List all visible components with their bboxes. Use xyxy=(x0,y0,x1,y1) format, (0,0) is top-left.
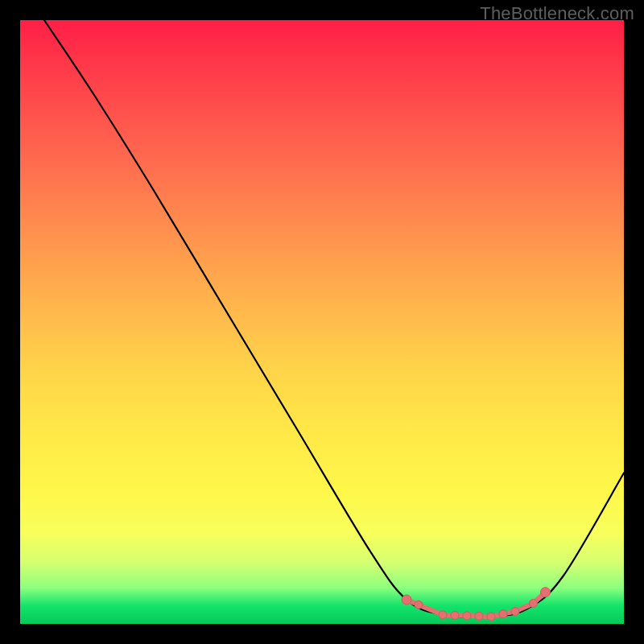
optimum-dot xyxy=(439,611,447,619)
chart-container xyxy=(20,20,624,624)
optimum-dot xyxy=(530,599,538,607)
optimum-dot xyxy=(475,612,483,620)
optimum-dash xyxy=(423,606,440,613)
optimum-dot xyxy=(451,611,459,619)
chart-overlay xyxy=(20,20,624,624)
optimum-highlight xyxy=(402,588,551,621)
bottleneck-curve xyxy=(44,20,624,617)
attribution-text: TheBottleneck.com xyxy=(480,3,634,24)
optimum-dash xyxy=(507,613,511,613)
optimum-dash xyxy=(495,615,499,616)
optimum-dot xyxy=(402,595,411,605)
optimum-dot xyxy=(415,601,423,609)
optimum-dot xyxy=(511,608,519,616)
optimum-dot xyxy=(499,610,507,618)
optimum-dot xyxy=(463,612,471,620)
optimum-dot xyxy=(541,588,551,597)
optimum-dot xyxy=(487,613,495,621)
